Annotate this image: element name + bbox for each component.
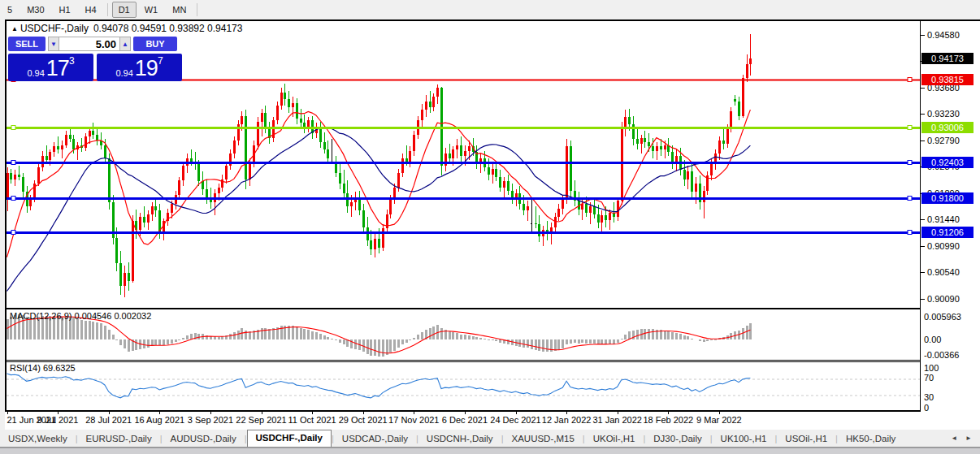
tab-audusd-daily[interactable]: AUDUSD-,Daily [163, 431, 245, 447]
tab-eurusd-daily[interactable]: EURUSD-,Daily [78, 431, 160, 447]
status-bar [0, 448, 980, 454]
tab-ukoil-h1[interactable]: UKOil-,H1 [585, 431, 644, 447]
price-level-badge: 0.91206 [921, 227, 973, 238]
date-tick-label: 9 Jul 2021 [37, 415, 79, 425]
one-click-trading-panel: SELL ▼ ▲ BUY 0.94 17 3 0.94 19 7 [8, 37, 182, 81]
buy-price-box[interactable]: 0.94 19 7 [97, 54, 182, 81]
toolbar-separator [107, 3, 108, 16]
price-tick-label: 0.90090 [927, 294, 960, 304]
macd-axis-label: 0.005963 [924, 312, 961, 322]
price-tick-label: 0.90540 [927, 267, 960, 277]
tab-scroll-left-icon[interactable]: ◄ [951, 435, 957, 442]
tab-usoil-h1[interactable]: USOil-,H1 [777, 431, 835, 447]
price-tick-label: 0.93230 [927, 109, 960, 119]
rsi-indicator-label: RSI(14) 69.6325 [10, 363, 76, 373]
price-tick-label: 0.92790 [927, 136, 960, 145]
price-tick-label: 0.90990 [927, 241, 960, 251]
tab-hk50-daily[interactable]: HK50-,Daily [838, 431, 904, 447]
date-tick-label: 18 Feb 2022 [643, 415, 693, 425]
volume-input[interactable] [59, 37, 119, 51]
tab-scroll-right-icon[interactable]: ► [965, 435, 972, 442]
chevron-up-icon: ▲ [122, 41, 128, 48]
date-tick-label: 12 Jan 2022 [542, 415, 592, 425]
timeframe-toolbar: 5M30H1H4D1W1MN [0, 0, 980, 19]
date-tick-label: 24 Dec 2021 [490, 415, 540, 425]
price-tick-label: 0.94580 [927, 30, 960, 40]
volume-decrease-button[interactable]: ▼ [48, 37, 59, 51]
macd-axis-label: -0.00366 [924, 350, 959, 360]
date-tick-label: 28 Jul 2021 [85, 415, 132, 425]
chart-ohlc-values: 0.94078 0.94591 0.93892 0.94173 [93, 23, 243, 34]
buy-price-prefix: 0.94 [115, 67, 132, 80]
sell-price-point: 3 [69, 56, 75, 66]
date-tick-label: 11 Oct 2021 [288, 415, 336, 425]
tab-xauusd-m15[interactable]: XAUUSD-,M15 [503, 431, 582, 447]
tab-uk100-h1[interactable]: UK100-,H1 [713, 431, 775, 447]
tab-scroll-arrows: ◄► [951, 435, 980, 447]
timeframe-button-h4[interactable]: H4 [79, 2, 103, 18]
sell-price-pips: 17 [46, 58, 69, 80]
symbol-select-arrow-icon[interactable]: ▲ [11, 25, 18, 32]
toolbar-separator [197, 3, 197, 16]
sell-price-box[interactable]: 0.94 17 3 [8, 54, 93, 81]
macd-axis-label: 0.00 [924, 335, 941, 344]
buy-price-pips: 19 [135, 58, 158, 80]
tab-dj30-daily[interactable]: DJ30-,Daily [645, 431, 709, 447]
price-tick-label: 0.91440 [927, 214, 960, 224]
rsi-axis-label: 30 [924, 392, 934, 402]
date-tick-label: 31 Jan 2022 [592, 415, 642, 425]
date-tick-label: 9 Mar 2022 [696, 415, 742, 425]
rsi-axis-label: 0 [924, 403, 929, 413]
date-tick-label: 6 Dec 2021 [442, 415, 488, 425]
date-tick-label: 22 Sep 2021 [236, 415, 286, 425]
price-level-badge: 0.91800 [921, 192, 973, 204]
price-level-badge: 0.94173 [921, 53, 973, 64]
date-tick-label: 17 Nov 2021 [388, 415, 439, 425]
tab-usdx-weekly[interactable]: USDX,Weekly [0, 431, 76, 447]
tab-usdchf-daily[interactable]: USDCHF-,Daily [247, 430, 332, 447]
price-level-badge: 0.92403 [921, 157, 973, 168]
symbol-tab-bar: USDX,Weekly|EURUSD-,Daily|AUDUSD-,Daily|… [0, 430, 980, 448]
rsi-axis-label: 70 [924, 373, 934, 383]
macd-indicator-label: MACD(12,26,9) 0.004546 0.002032 [10, 311, 151, 321]
timeframe-button-m30[interactable]: M30 [20, 2, 50, 18]
date-tick-label: 16 Aug 2021 [134, 415, 184, 425]
sell-price-prefix: 0.94 [27, 67, 44, 80]
buy-button[interactable]: BUY [133, 37, 177, 51]
date-tick-label: 3 Sep 2021 [188, 415, 233, 425]
tab-usdcad-daily[interactable]: USDCAD-,Daily [334, 431, 416, 447]
timeframe-button-h1[interactable]: H1 [53, 2, 77, 18]
tab-usdcnh-daily[interactable]: USDCNH-,Daily [418, 431, 501, 447]
timeframe-button-mn[interactable]: MN [166, 2, 193, 18]
rsi-axis-label: 100 [924, 363, 939, 373]
timeframe-button-w1[interactable]: W1 [138, 2, 165, 18]
price-level-badge: 0.93006 [921, 122, 973, 133]
chart-symbol-period: USDCHF-,Daily [20, 23, 89, 34]
chart-title: ▲USDCHF-,Daily0.94078 0.94591 0.93892 0.… [11, 23, 242, 34]
timeframe-button-d1[interactable]: D1 [112, 2, 137, 18]
volume-increase-button[interactable]: ▲ [119, 37, 131, 51]
buy-price-point: 7 [158, 56, 163, 66]
sell-button[interactable]: SELL [8, 37, 46, 51]
chevron-down-icon: ▼ [50, 41, 57, 48]
price-level-badge: 0.93815 [921, 74, 973, 85]
date-tick-label: 29 Oct 2021 [339, 415, 388, 425]
timeframe-button-5[interactable]: 5 [1, 2, 19, 18]
